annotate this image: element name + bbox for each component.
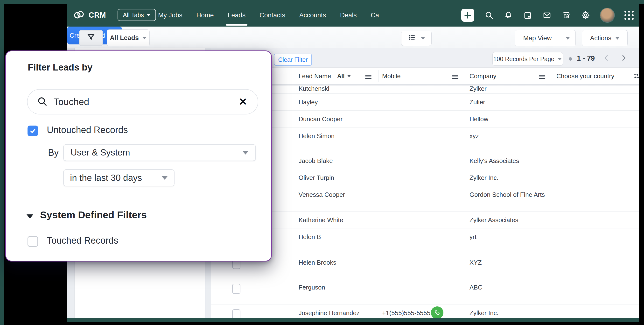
- company-cell[interactable]: yrt: [470, 233, 476, 241]
- company-cell[interactable]: XYZ: [470, 259, 482, 266]
- touched-records-checkbox[interactable]: [28, 236, 38, 247]
- all-tabs-dropdown[interactable]: All Tabs: [118, 9, 156, 21]
- lead-name-filter-label: All: [337, 73, 345, 80]
- table-row[interactable]: Helen BrooksXYZ: [211, 254, 639, 279]
- table-row[interactable]: Venessa CooperGordon School of Fine Arts: [211, 186, 639, 212]
- lead-name-cell[interactable]: Ferguson: [298, 284, 325, 291]
- table-row[interactable]: Josephine Hernandez+1(555)555-5555Zylker…: [211, 304, 639, 318]
- row-checkbox[interactable]: [232, 284, 240, 294]
- lead-name-cell[interactable]: Helen Simon: [298, 132, 334, 140]
- lead-name-cell[interactable]: Kutchenski: [298, 85, 329, 92]
- company-cell[interactable]: Zulier: [470, 98, 485, 106]
- filter-toggle-button[interactable]: [79, 30, 103, 46]
- table-row[interactable]: Oliver TurpinZylker Inc.: [211, 169, 639, 186]
- apps-grid-icon[interactable]: [624, 10, 634, 20]
- table-row[interactable]: Helen Simonxyz: [211, 128, 639, 152]
- actions-dropdown[interactable]: Actions: [582, 30, 628, 46]
- by-select[interactable]: User & System: [63, 144, 256, 161]
- brand-name: CRM: [88, 11, 106, 20]
- column-menu-icon[interactable]: [539, 75, 545, 76]
- column-country[interactable]: Choose your country: [556, 68, 614, 84]
- chevron-down-icon: [566, 37, 570, 40]
- table-row[interactable]: Helen Byrt: [211, 228, 639, 254]
- table-row[interactable]: KutchenskiZylker: [211, 84, 639, 94]
- lead-name-cell[interactable]: Josephine Hernandez: [298, 309, 360, 317]
- lead-name-cell[interactable]: Helen B: [298, 233, 321, 241]
- company-cell[interactable]: Zylker Associates: [470, 216, 518, 224]
- table-row[interactable]: Duncan CooperHellow: [211, 110, 639, 128]
- brand[interactable]: CRM: [73, 4, 106, 26]
- company-cell[interactable]: Zylker Inc.: [470, 309, 498, 317]
- clear-search-icon[interactable]: ✕: [239, 97, 247, 107]
- table-row[interactable]: Jacob BlakeKelly's Associates: [211, 152, 639, 169]
- next-page-button[interactable]: [620, 54, 628, 62]
- table-row[interactable]: Katherine WhiteZylker Associates: [211, 212, 639, 228]
- mail-icon[interactable]: [542, 10, 552, 20]
- search-icon[interactable]: [484, 10, 494, 20]
- company-cell[interactable]: ABC: [470, 284, 482, 291]
- user-avatar[interactable]: [600, 8, 614, 22]
- lead-name-filter-dropdown[interactable]: All: [337, 68, 351, 84]
- tab-leads[interactable]: Leads: [228, 4, 246, 26]
- company-cell[interactable]: Zylker Inc.: [470, 174, 498, 182]
- company-cell[interactable]: Kelly's Associates: [470, 157, 519, 165]
- time-range-select[interactable]: in the last 30 days: [63, 169, 174, 186]
- tab-contacts[interactable]: Contacts: [260, 4, 285, 26]
- lead-name-cell[interactable]: Venessa Cooper: [298, 191, 345, 198]
- lead-name-cell[interactable]: Helen Brooks: [298, 259, 336, 266]
- lead-name-cell[interactable]: Oliver Turpin: [298, 174, 334, 182]
- column-mobile[interactable]: Mobile: [382, 68, 401, 84]
- column-menu-icon[interactable]: [365, 75, 372, 76]
- column-divider: [552, 70, 552, 82]
- tune-icon: [633, 72, 639, 80]
- column-divider: [465, 70, 466, 82]
- untouched-records-checkbox[interactable]: [28, 126, 38, 136]
- clear-filter-button[interactable]: Clear Filter: [274, 54, 312, 66]
- tab-deals[interactable]: Deals: [340, 4, 357, 26]
- filter-search-input[interactable]: Touched ✕: [27, 89, 258, 114]
- module-tabs: My JobsHomeLeadsContactsAccountsDealsCa: [158, 4, 379, 26]
- column-menu-icon[interactable]: [452, 75, 458, 76]
- search-input-value: Touched: [54, 96, 239, 107]
- manage-columns-button[interactable]: [633, 68, 639, 84]
- separator-dot: [569, 57, 572, 60]
- previous-page-button[interactable]: [602, 54, 611, 62]
- table-topbar: Clear Filter 100 Records Per Page 1 - 79: [211, 48, 639, 68]
- untouched-records-label[interactable]: Untouched Records: [47, 125, 128, 135]
- company-cell[interactable]: xyz: [470, 132, 479, 140]
- map-view-dropdown[interactable]: [560, 30, 576, 46]
- map-view-button[interactable]: Map View: [515, 34, 560, 42]
- column-lead-name[interactable]: Lead Name: [298, 68, 331, 84]
- quick-create-button[interactable]: [461, 9, 474, 22]
- calendar-icon[interactable]: [523, 10, 532, 20]
- table-row[interactable]: HayleyZulier: [211, 94, 639, 110]
- navbar-icons: [461, 4, 634, 26]
- company-cell[interactable]: Gordon School of Fine Arts: [470, 191, 545, 198]
- bell-icon[interactable]: [504, 10, 513, 20]
- tab-home[interactable]: Home: [196, 4, 214, 26]
- gear-icon[interactable]: [581, 10, 590, 20]
- lead-name-cell[interactable]: Duncan Cooper: [298, 116, 342, 123]
- collapse-triangle-icon[interactable]: [26, 214, 33, 218]
- mobile-cell[interactable]: +1(555)555-5555: [382, 309, 430, 317]
- company-cell[interactable]: Hellow: [470, 116, 488, 123]
- marketplace-icon[interactable]: [562, 10, 571, 20]
- records-per-page-dropdown[interactable]: 100 Records Per Page: [492, 52, 563, 66]
- table-row[interactable]: FergusonABC: [211, 279, 639, 304]
- touched-records-label[interactable]: Touched Records: [47, 236, 118, 246]
- list-view-selector[interactable]: [401, 31, 432, 46]
- chevron-down-icon: [421, 37, 425, 40]
- all-tabs-label: All Tabs: [123, 12, 144, 18]
- view-selector-dropdown[interactable]: All Leads: [107, 30, 150, 46]
- column-company[interactable]: Company: [470, 68, 496, 84]
- lead-name-cell[interactable]: Jacob Blake: [298, 157, 333, 165]
- tab-ca[interactable]: Ca: [371, 4, 379, 26]
- tab-my-jobs[interactable]: My Jobs: [158, 4, 182, 26]
- row-checkbox[interactable]: [232, 309, 240, 318]
- lead-name-cell[interactable]: Hayley: [298, 98, 318, 106]
- lead-name-cell[interactable]: Katherine White: [298, 216, 343, 224]
- call-button[interactable]: [431, 306, 444, 318]
- company-cell[interactable]: Zylker: [470, 85, 486, 92]
- column-divider: [378, 70, 378, 82]
- tab-accounts[interactable]: Accounts: [299, 4, 326, 26]
